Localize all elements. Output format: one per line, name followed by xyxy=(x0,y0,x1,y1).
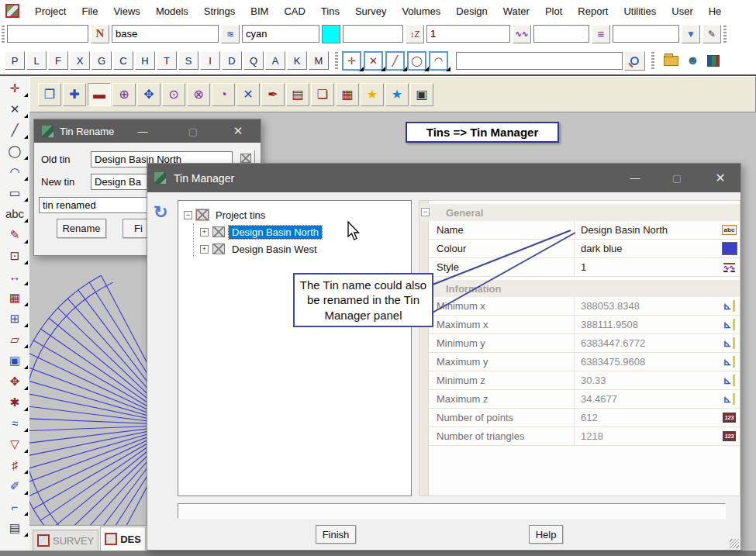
tin-tree-panel[interactable]: − Project tins + Design Basin North + De… xyxy=(178,200,412,496)
cad-btn-h[interactable]: H xyxy=(135,51,155,70)
cad-btn-p[interactable]: P xyxy=(5,51,25,70)
tree-item-design-basin-north[interactable]: + Design Basin North xyxy=(200,223,411,240)
circle-create-icon[interactable]: ◯ xyxy=(5,141,26,161)
cad-btn-i[interactable]: I xyxy=(200,51,220,70)
menu-bim[interactable]: BIM xyxy=(243,5,276,17)
tab-design[interactable]: DES xyxy=(100,527,146,551)
image-insert-icon[interactable]: ▣ xyxy=(5,351,26,370)
collapse-icon[interactable]: − xyxy=(184,211,192,219)
menu-cad[interactable]: CAD xyxy=(276,5,312,17)
close-icon[interactable]: ✕ xyxy=(702,164,738,192)
tin-style-value[interactable]: 1 xyxy=(575,261,719,273)
value-type-icon[interactable] xyxy=(719,353,740,371)
window-copy-icon[interactable]: ⊞ xyxy=(5,309,26,328)
favourites-star-icon[interactable]: ★ xyxy=(361,83,384,106)
refresh-icon[interactable]: ↻ xyxy=(154,202,167,223)
kerb-icon[interactable]: ⌐ xyxy=(5,497,26,516)
maximize-icon[interactable]: ▢ xyxy=(183,119,203,143)
line-create-icon[interactable]: ╱ xyxy=(5,120,26,140)
finish-button[interactable]: Finish xyxy=(316,525,356,544)
z-height-icon[interactable]: ↕Z xyxy=(406,25,424,43)
maximize-icon[interactable]: ▢ xyxy=(661,164,693,192)
grid-settings-icon[interactable]: ▦ xyxy=(336,83,359,106)
value-type-icon[interactable] xyxy=(719,316,740,333)
calculator-icon[interactable]: ▤ xyxy=(5,518,26,537)
name-button[interactable]: N xyxy=(91,25,109,43)
toolbar-grip[interactable] xyxy=(723,26,727,43)
value-type-icon[interactable] xyxy=(719,371,740,389)
cad-btn-l[interactable]: L xyxy=(26,51,47,70)
expand-icon[interactable]: + xyxy=(200,228,209,237)
point-box-icon[interactable]: ⊡ xyxy=(5,246,26,265)
expand-icon[interactable]: + xyxy=(200,245,209,254)
zoom-extents-icon[interactable]: ⊕ xyxy=(112,83,136,106)
fence-lines-icon[interactable]: ♯ xyxy=(5,455,26,475)
zoom-shrink-icon[interactable]: ⊗ xyxy=(187,83,210,106)
tin-manager-titlebar[interactable]: Tin Manager — ▢ ✕ xyxy=(147,164,740,192)
arc-snap-icon[interactable]: ◠ xyxy=(429,51,448,71)
value-type-icon[interactable] xyxy=(719,427,740,445)
minus-button-icon[interactable]: ▬ xyxy=(88,83,111,106)
tile-windows-icon[interactable]: ❐ xyxy=(38,83,61,106)
cad-btn-a[interactable]: A xyxy=(265,51,285,70)
grid-create-icon[interactable]: ▦ xyxy=(5,288,26,307)
zoom-previous-icon[interactable]: ◔ xyxy=(212,83,235,106)
menu-water[interactable]: Water xyxy=(495,5,537,17)
drag-move-icon[interactable]: ✥ xyxy=(5,371,26,391)
line-snap-icon[interactable]: ╱ xyxy=(385,51,405,71)
dropdown-arrow-icon[interactable]: ▼ xyxy=(682,25,700,43)
menu-help[interactable]: He xyxy=(701,5,730,17)
cad-btn-f[interactable]: F xyxy=(48,51,68,70)
value-type-icon[interactable] xyxy=(719,334,740,352)
open-folder-icon[interactable] xyxy=(664,56,678,66)
search-input[interactable] xyxy=(456,52,623,70)
tin-colour-value[interactable]: dark blue xyxy=(575,243,719,254)
linestyle-icon[interactable]: ∿∿ xyxy=(719,258,740,276)
pen-roller-icon[interactable]: ✐ xyxy=(5,476,26,496)
menu-models[interactable]: Models xyxy=(148,5,196,17)
cad-btn-q[interactable]: Q xyxy=(243,51,264,70)
linestyle-input[interactable] xyxy=(426,25,510,43)
layers-icon[interactable]: ≋ xyxy=(221,25,240,43)
point-snap-icon[interactable]: ✛ xyxy=(342,51,361,71)
user-support-icon[interactable]: ☻ xyxy=(686,54,699,67)
menu-file[interactable]: File xyxy=(74,5,105,17)
model-input[interactable] xyxy=(112,25,219,43)
menu-project[interactable]: Project xyxy=(27,5,74,17)
tab-survey[interactable]: SURVEY xyxy=(33,530,98,551)
value-type-icon[interactable] xyxy=(719,390,740,408)
text-style-input[interactable] xyxy=(7,25,88,43)
circle-snap-icon[interactable]: ◯ xyxy=(407,51,426,71)
window-layout-icon[interactable]: ▣ xyxy=(410,83,433,106)
general-section-header[interactable]: − General xyxy=(419,204,740,221)
cross-create-icon[interactable]: ✕ xyxy=(5,99,26,119)
weight-input[interactable] xyxy=(533,25,589,43)
menu-views[interactable]: Views xyxy=(105,5,147,17)
redraw-brush-icon[interactable]: ✒ xyxy=(261,83,285,106)
cad-btn-x[interactable]: X xyxy=(70,51,90,70)
colour-input[interactable] xyxy=(242,25,319,43)
menu-report[interactable]: Report xyxy=(570,5,616,17)
cross-snap-icon[interactable]: ✕ xyxy=(364,51,383,71)
information-section-header[interactable]: − Information xyxy=(419,280,740,297)
print-icon[interactable]: ▤ xyxy=(286,83,309,106)
cad-btn-s[interactable]: S xyxy=(178,51,198,70)
delete-view-icon[interactable]: ✕ xyxy=(236,83,260,106)
line-weight-icon[interactable]: ≡ xyxy=(592,25,610,43)
colour-swatch[interactable] xyxy=(322,25,340,43)
value-type-icon[interactable] xyxy=(719,409,740,426)
eyedropper-icon[interactable]: ✎ xyxy=(702,25,721,43)
cad-btn-t[interactable]: T xyxy=(157,51,177,70)
library-icon[interactable] xyxy=(707,55,720,67)
minimize-icon[interactable]: — xyxy=(133,119,153,143)
zoom-scale-icon[interactable]: ⊙ xyxy=(162,83,185,106)
pick-input[interactable] xyxy=(613,25,679,43)
toolbar-grip[interactable] xyxy=(651,52,654,69)
polygon-create-icon[interactable]: ▱ xyxy=(5,330,26,349)
cad-btn-k[interactable]: K xyxy=(287,51,307,70)
measure-arrow-icon[interactable]: ↔ xyxy=(5,267,26,286)
cad-btn-c[interactable]: C xyxy=(113,51,133,70)
plus-button-icon[interactable]: ✚ xyxy=(63,83,86,106)
tree-item-design-basin-west[interactable]: + Design Basin West xyxy=(200,240,411,257)
resize-grip[interactable] xyxy=(730,539,739,548)
